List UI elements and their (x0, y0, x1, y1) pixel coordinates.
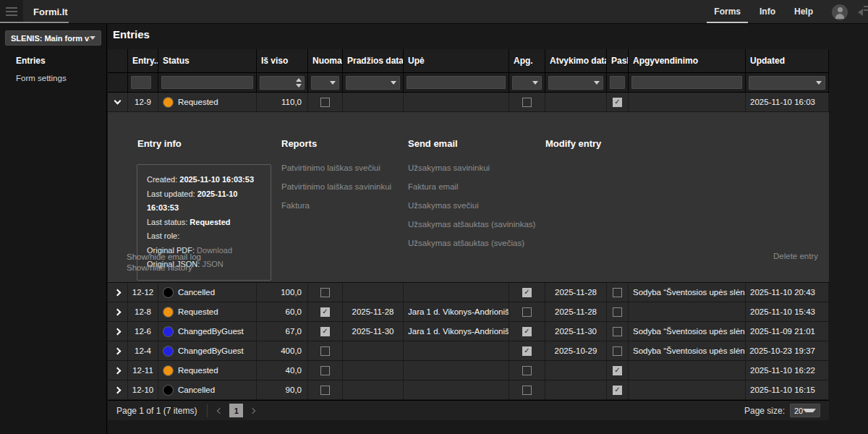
expand-row-icon[interactable] (114, 386, 122, 393)
total-cell: 60,0 (257, 302, 308, 321)
toggle-email-log-link[interactable]: Show/hide email log (127, 252, 201, 263)
expand-row-icon[interactable] (114, 328, 122, 335)
pasl-checkbox[interactable]: ✓ (613, 366, 622, 375)
nav-item-info[interactable]: Info (760, 0, 775, 24)
pasl-checkbox[interactable] (613, 288, 622, 297)
nuoma-checkbox[interactable] (320, 288, 330, 297)
next-page-icon[interactable] (250, 407, 255, 413)
form-selector-value: SLENIS: Main form v3 (11, 34, 90, 43)
column-header-pasl[interactable]: Pasl. (607, 49, 629, 72)
cell-text: 2025-10-29 (555, 346, 597, 355)
filter-dropdown[interactable] (311, 76, 339, 90)
apgyvendinimo-cell (629, 380, 746, 399)
column-header-status[interactable]: Status (158, 49, 257, 72)
spinner-up-icon[interactable] (296, 78, 302, 82)
chevron-down-icon (391, 81, 396, 85)
modify-entry-title: Modify entry (545, 138, 829, 149)
updated-cell: 2025-11-10 15:43 (746, 302, 829, 321)
toggle-history-link[interactable]: Show/hide history (127, 263, 201, 273)
status-label: Requested (178, 307, 218, 316)
send-email-title: Send email (408, 138, 545, 149)
filter-input[interactable] (631, 76, 742, 89)
filter-input[interactable] (161, 76, 253, 89)
page-1-button[interactable]: 1 (229, 404, 243, 417)
filter-input[interactable] (260, 78, 294, 87)
user-avatar-icon[interactable] (832, 4, 848, 20)
filter-input[interactable] (610, 76, 625, 89)
apg-checkbox[interactable]: ✓ (522, 346, 532, 356)
column-header-nuoma[interactable]: Nuoma (308, 49, 343, 72)
nuoma-checkbox[interactable] (320, 98, 330, 107)
pasl-checkbox[interactable] (613, 307, 622, 317)
nuoma-checkbox[interactable] (320, 366, 330, 375)
send-email-link-u-sakymas-at-auktas-sve-ias[interactable]: Užsakymas atšauktas (svečias) (408, 234, 545, 252)
nav-item-help[interactable]: Help (794, 0, 813, 24)
column-header-i-viso[interactable]: Iš viso (257, 49, 308, 72)
created-row: Created: 2025-11-10 16:03:53 (147, 173, 271, 187)
collapse-row-icon[interactable] (114, 98, 122, 105)
report-link-faktura[interactable]: Faktura (281, 196, 408, 215)
expand-row-icon[interactable] (114, 308, 122, 315)
filter-input[interactable] (131, 76, 151, 89)
nuoma-checkbox[interactable]: ✓ (320, 327, 330, 336)
apg-checkbox[interactable] (522, 386, 532, 395)
json-link[interactable]: JSON (202, 260, 223, 268)
column-header-prad-ios-data[interactable]: Pradžios data (343, 49, 404, 72)
entry-id-cell: 12-4 (128, 341, 158, 360)
column-header-up[interactable]: Upė (404, 49, 509, 72)
prev-page-icon[interactable] (217, 407, 223, 413)
updated-cell: 2025-11-09 21:01 (746, 322, 829, 341)
filter-input[interactable] (407, 76, 506, 89)
apg-checkbox[interactable] (522, 366, 532, 375)
column-header-apgyvendinimo[interactable]: Apgyvendinimo (629, 49, 746, 72)
column-header-atvykimo-data[interactable]: Atvykimo data (545, 49, 607, 72)
delete-entry-link[interactable]: Delete entry (773, 252, 818, 260)
report-link-patvirtinimo-lai-kas-savininkui[interactable]: Patvirtinimo laiškas savininkui (281, 177, 408, 196)
cell-text: 2025-10-23 19:37 (749, 346, 815, 355)
send-email-link-u-sakymas-at-auktas-savininkas[interactable]: Užsakymas atšauktas (savininkas) (408, 215, 545, 234)
filter-dropdown[interactable] (512, 76, 542, 90)
send-email-link-u-sakymas-sve-iui[interactable]: Užsakymas svečiui (408, 196, 545, 215)
pasl-checkbox[interactable]: ✓ (613, 98, 622, 107)
form-selector-dropdown[interactable]: SLENIS: Main form v3 (5, 30, 101, 46)
nuoma-checkbox[interactable]: ✓ (320, 307, 330, 317)
send-email-link-faktura-email[interactable]: Faktura email (408, 177, 545, 196)
filter-dropdown[interactable] (346, 76, 400, 90)
spinner-icon[interactable] (294, 78, 304, 88)
apg-checkbox[interactable] (522, 98, 532, 107)
expand-row-icon[interactable] (114, 367, 122, 374)
filter-number-input[interactable] (260, 76, 305, 90)
pasl-checkbox[interactable] (613, 346, 622, 356)
checkbox-cell (509, 361, 545, 380)
last-status-row: Last status: Requested (147, 216, 271, 230)
sidebar-item-form-settings[interactable]: Form settings (0, 69, 106, 87)
pasl-checkbox[interactable]: ✓ (613, 386, 622, 395)
pradzios-data-cell (343, 93, 404, 111)
expand-row-icon[interactable] (114, 347, 122, 354)
filter-dropdown[interactable] (749, 76, 825, 90)
column-header-entry[interactable]: Entry... (128, 49, 158, 72)
nuoma-checkbox[interactable] (320, 386, 330, 395)
nuoma-checkbox[interactable] (320, 346, 330, 356)
column-header-label: Updated (750, 56, 785, 66)
expand-row-icon[interactable] (114, 289, 122, 296)
apg-checkbox[interactable]: ✓ (522, 327, 532, 336)
spinner-down-icon[interactable] (296, 84, 302, 88)
filter-dropdown[interactable] (548, 76, 603, 90)
send-email-link-u-sakymas-savininkui[interactable]: Užsakymas savininkui (408, 158, 545, 177)
sidebar-item-entries[interactable]: Entries (0, 52, 106, 69)
page-size-dropdown[interactable]: 20 (790, 404, 820, 417)
pasl-checkbox[interactable] (613, 327, 622, 336)
download-pdf-link[interactable]: Download (197, 246, 232, 255)
pradzios-data-cell: 2025-11-28 (343, 302, 404, 321)
apg-checkbox[interactable]: ✓ (522, 288, 532, 297)
apg-checkbox[interactable] (522, 307, 532, 317)
cell-text: 2025-11-10 15:43 (750, 307, 815, 316)
column-header-apg[interactable]: Apg. (509, 49, 545, 72)
report-link-patvirtinimo-lai-kas-sve-iui[interactable]: Patvirtinimo laiškas svečiui (281, 158, 408, 177)
hamburger-menu-button[interactable] (0, 0, 23, 23)
column-header-updated[interactable]: Updated (746, 49, 829, 72)
cell-text: 40,0 (286, 366, 302, 375)
logout-icon[interactable] (858, 6, 868, 19)
nav-item-forms[interactable]: Forms (714, 0, 741, 24)
